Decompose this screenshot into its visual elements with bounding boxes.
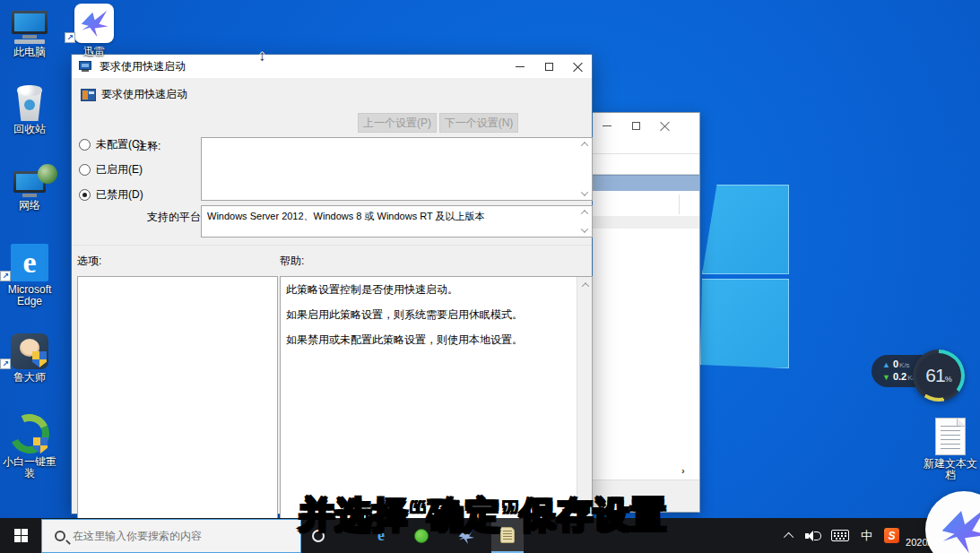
- background-window-toolbar: [593, 153, 699, 175]
- desktop-icon-label: 网络: [0, 200, 59, 212]
- comment-textarea[interactable]: [201, 137, 593, 201]
- touch-keyboard-icon[interactable]: [831, 530, 849, 541]
- radio-circle[interactable]: [79, 189, 91, 201]
- scroll-down-icon[interactable]: [579, 226, 590, 235]
- search-icon: [55, 531, 65, 541]
- usage-percent-unit: %: [945, 375, 952, 384]
- comment-label: 注释:: [136, 139, 160, 154]
- search-input[interactable]: [73, 530, 279, 542]
- radio-not-configured[interactable]: 未配置(C): [79, 137, 143, 152]
- desktop-icon-edge[interactable]: e ↗ Microsoft Edge: [0, 244, 59, 307]
- background-window-titlebar: [593, 113, 699, 138]
- radio-circle[interactable]: [79, 164, 91, 176]
- xunlei-icon: ↗: [65, 4, 124, 43]
- supported-on-textarea[interactable]: Windows Server 2012、Windows 8 或 Windows …: [201, 205, 593, 238]
- desktop-icon-label: 小白一键重装: [0, 456, 59, 480]
- dialog-body: 要求使用快速启动 上一个设置(P) 下一个设置(N) 未配置(C) 已启用(E)…: [72, 78, 592, 514]
- ludashi-icon: ↗: [0, 333, 59, 369]
- desktop-icon-label: Microsoft Edge: [0, 284, 59, 307]
- tray-chevron-up-icon[interactable]: [784, 531, 794, 541]
- policy-setting-icon: [81, 89, 96, 101]
- scroll-up-icon[interactable]: [579, 208, 590, 217]
- minimize-icon[interactable]: [506, 55, 534, 78]
- desktop-icon-label: 回收站: [0, 124, 59, 135]
- minimize-icon[interactable]: [593, 113, 621, 138]
- maximize-icon[interactable]: [621, 113, 650, 138]
- radio-circle[interactable]: [79, 139, 91, 151]
- background-window[interactable]: ›: [592, 112, 700, 513]
- scroll-down-icon[interactable]: [579, 189, 590, 198]
- taskbar-search[interactable]: [41, 519, 301, 553]
- subtitle-text: 并选择“确定”保存设置: [299, 490, 667, 540]
- dialog-titlebar[interactable]: 要求使用快速启动: [72, 55, 592, 78]
- desktop-icon-this-pc[interactable]: 此电脑: [0, 11, 59, 58]
- memory-usage-ball[interactable]: 61 %: [913, 350, 965, 402]
- help-paragraph: 如果启用此策略设置，则系统需要启用休眠模式。: [286, 308, 571, 321]
- upload-arrow-icon: ▲: [882, 360, 890, 369]
- radio-label: 已启用(E): [96, 162, 143, 177]
- next-setting-button[interactable]: 下一个设置(N): [439, 113, 518, 133]
- wallpaper-logo-pane-bottom: [700, 279, 789, 368]
- shortcut-arrow-icon: ↗: [65, 32, 75, 43]
- desktop-icon-label: 迅雷: [65, 46, 124, 57]
- resize-cursor-icon: ↕: [258, 48, 266, 65]
- desktop-icon-label: 此电脑: [0, 47, 59, 58]
- options-panel[interactable]: [77, 276, 278, 527]
- background-window-selected-row[interactable]: [593, 175, 699, 191]
- scroll-right-icon[interactable]: ›: [681, 465, 690, 476]
- ime-indicator[interactable]: 中: [861, 528, 872, 544]
- previous-setting-button[interactable]: 上一个设置(P): [358, 113, 437, 133]
- start-button[interactable]: [0, 518, 41, 553]
- background-window-row: [593, 191, 699, 216]
- download-speed: 0.2: [893, 371, 906, 382]
- sogou-icon[interactable]: S: [884, 528, 899, 543]
- text-document-icon: [919, 418, 980, 455]
- divider: [72, 245, 592, 246]
- desktop-icon-ludashi[interactable]: ↗ 鲁大师: [0, 333, 59, 384]
- system-tray: 中 S: [786, 518, 899, 553]
- supported-on-label: 支持的平台:: [147, 210, 204, 225]
- policy-setting-dialog: 要求使用快速启动 要求使用快速启动 上一个设置(P) 下一个设置(N) 未配置(…: [71, 54, 593, 514]
- usage-percent: 61: [925, 365, 944, 386]
- download-arrow-icon: ▼: [882, 373, 890, 382]
- dialog-app-icon: [79, 61, 93, 73]
- policy-setting-name: 要求使用快速启动: [101, 87, 187, 102]
- desktop-icon-recycle-bin[interactable]: 回收站: [0, 85, 59, 135]
- radio-enabled[interactable]: 已启用(E): [79, 162, 143, 177]
- options-label: 选项:: [77, 254, 101, 269]
- background-window-header-band: [593, 216, 699, 229]
- desktop-icon-new-text-doc[interactable]: 新建文本文档: [919, 418, 980, 481]
- help-label: 帮助:: [280, 254, 304, 269]
- windows-logo-icon: [14, 529, 28, 542]
- close-icon[interactable]: [563, 55, 592, 78]
- desktop-icon-network[interactable]: 网络: [0, 164, 59, 212]
- desktop-icon-label: 新建文本文档: [919, 458, 980, 481]
- radio-disabled[interactable]: 已禁用(D): [79, 187, 143, 203]
- xunlei-bird-icon: [938, 504, 980, 553]
- maximize-icon[interactable]: [534, 55, 563, 78]
- desktop: 此电脑 回收站 网络 e ↗ Microsoft Edge ↗ 鲁大师 小白一键…: [0, 0, 980, 553]
- help-paragraph: 此策略设置控制是否使用快速启动。: [286, 283, 571, 296]
- desktop-icon-xunlei[interactable]: ↗ 迅雷: [65, 4, 124, 57]
- xunlei-bird-icon: [79, 8, 109, 39]
- desktop-icon-label: 鲁大师: [0, 372, 59, 384]
- wallpaper-logo-pane-top: [702, 185, 789, 274]
- help-paragraph: 如果禁用或未配置此策略设置，则使用本地设置。: [286, 333, 571, 346]
- scroll-up-icon[interactable]: [579, 140, 590, 149]
- dialog-title: 要求使用快速启动: [100, 59, 186, 74]
- xunlei-floating-ball[interactable]: [925, 491, 980, 553]
- radio-label: 已禁用(D): [96, 187, 143, 203]
- xiaobai-reinstall-icon: [0, 414, 59, 454]
- recycle-bin-icon: [0, 85, 59, 121]
- this-pc-icon: [0, 11, 59, 44]
- supported-on-value: Windows Server 2012、Windows 8 或 Windows …: [202, 206, 592, 222]
- scroll-up-icon[interactable]: [577, 277, 593, 292]
- shortcut-arrow-icon: ↗: [0, 271, 11, 281]
- desktop-icon-xiaobai[interactable]: 小白一键重装: [0, 414, 59, 480]
- upload-unit: K/s: [899, 361, 910, 369]
- volume-icon[interactable]: [805, 530, 820, 542]
- shortcut-arrow-icon: ↗: [0, 359, 11, 369]
- close-icon[interactable]: [650, 113, 679, 138]
- upload-speed: 0: [893, 359, 898, 369]
- edge-icon: e ↗: [0, 244, 59, 281]
